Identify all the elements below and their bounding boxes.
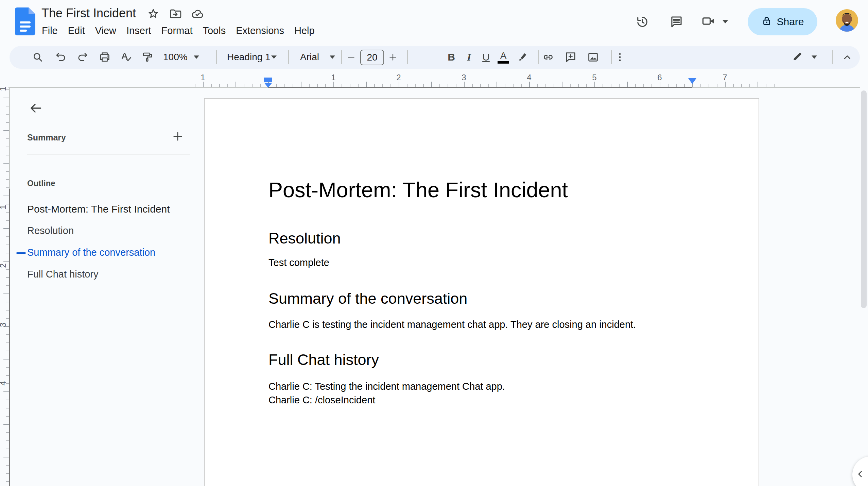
font-value: Arial bbox=[300, 52, 329, 63]
menu-tools[interactable]: Tools bbox=[197, 24, 231, 38]
text-color-swatch bbox=[498, 61, 509, 64]
print-icon[interactable] bbox=[97, 49, 112, 65]
right-indent-marker[interactable] bbox=[688, 78, 696, 84]
pencil-edit-icon bbox=[791, 50, 803, 64]
doc-title[interactable]: The First Incident bbox=[41, 6, 136, 20]
star-icon[interactable] bbox=[145, 6, 161, 22]
menu-view[interactable]: View bbox=[90, 24, 121, 38]
menu-format[interactable]: Format bbox=[156, 24, 198, 38]
underline-button[interactable]: U bbox=[479, 49, 493, 65]
style-value: Heading 1 bbox=[227, 52, 271, 63]
menu-insert[interactable]: Insert bbox=[121, 24, 156, 38]
redo-icon[interactable] bbox=[75, 49, 90, 65]
doc-paragraph-chat-2[interactable]: Charlie C: /closeIncident bbox=[268, 393, 375, 407]
increase-font-size-button[interactable] bbox=[386, 49, 400, 65]
doc-heading-summary[interactable]: Summary of the conversation bbox=[268, 290, 467, 307]
font-caret-icon bbox=[330, 55, 335, 59]
doc-heading-resolution[interactable]: Resolution bbox=[268, 230, 341, 247]
add-summary-icon[interactable] bbox=[169, 128, 187, 145]
doc-paragraph-summary[interactable]: Charlie C is testing the incident manage… bbox=[268, 318, 636, 331]
doc-paragraph-resolution[interactable]: Test complete bbox=[268, 256, 329, 269]
header: The First Incident File Edit View Insert… bbox=[0, 0, 868, 46]
document-page[interactable]: Post-Mortem: The First Incident Resoluti… bbox=[204, 98, 759, 486]
editing-mode-select[interactable] bbox=[791, 49, 818, 65]
outline-sidebar: Summary Outline Post-Mortem: The First I… bbox=[10, 92, 193, 486]
document-canvas: Post-Mortem: The First Incident Resoluti… bbox=[193, 92, 868, 486]
outline-item-full-chat[interactable]: Full Chat history bbox=[27, 269, 187, 280]
add-comment-icon[interactable] bbox=[563, 49, 578, 65]
paint-format-icon[interactable] bbox=[140, 49, 155, 65]
zoom-value: 100% bbox=[163, 52, 188, 63]
highlight-color-icon[interactable] bbox=[515, 49, 530, 65]
italic-button[interactable]: I bbox=[462, 49, 476, 65]
text-color-button[interactable]: A bbox=[496, 49, 511, 65]
active-outline-dash bbox=[16, 252, 26, 254]
outline-item-post-mortem[interactable]: Post-Mortem: The First Incident bbox=[27, 203, 187, 215]
menu-extensions[interactable]: Extensions bbox=[231, 24, 289, 38]
first-line-indent-marker[interactable] bbox=[264, 78, 272, 82]
avatar[interactable] bbox=[835, 9, 858, 33]
spellcheck-icon[interactable] bbox=[118, 49, 134, 65]
doc-paragraph-chat-1[interactable]: Charlie C: Testing the incident manageme… bbox=[268, 380, 505, 393]
close-outline-back-icon[interactable] bbox=[26, 99, 45, 118]
menu-bar: File Edit View Insert Format Tools Exten… bbox=[37, 22, 320, 39]
zoom-select[interactable]: 100% bbox=[163, 49, 200, 65]
style-caret-icon bbox=[271, 55, 277, 59]
toolbar: 100% Heading 1 Arial 20 B I bbox=[10, 46, 860, 69]
cloud-saved-icon[interactable] bbox=[190, 6, 205, 22]
horizontal-ruler: 1 1 2 3 4 5 6 7 bbox=[0, 71, 868, 92]
summary-header: Summary bbox=[27, 133, 66, 143]
outline-header: Outline bbox=[27, 179, 55, 188]
menu-help[interactable]: Help bbox=[289, 24, 320, 38]
outline-item-summary[interactable]: Summary of the conversation bbox=[27, 247, 187, 258]
menu-file[interactable]: File bbox=[37, 24, 63, 38]
paragraph-style-select[interactable]: Heading 1 bbox=[227, 49, 277, 65]
bold-button[interactable]: B bbox=[444, 49, 459, 65]
outline-item-resolution[interactable]: Resolution bbox=[27, 225, 187, 236]
mode-caret-icon bbox=[812, 55, 817, 59]
share-label: Share bbox=[777, 16, 804, 28]
move-to-folder-icon[interactable] bbox=[168, 6, 183, 22]
insert-image-icon[interactable] bbox=[585, 49, 601, 65]
share-button[interactable]: Share bbox=[748, 8, 817, 35]
videocam-icon[interactable] bbox=[701, 14, 716, 30]
font-size-input[interactable]: 20 bbox=[360, 50, 384, 65]
zoom-caret-icon bbox=[194, 55, 199, 59]
insert-link-icon[interactable] bbox=[540, 49, 556, 65]
comments-icon[interactable] bbox=[667, 12, 686, 31]
font-select[interactable]: Arial bbox=[300, 49, 336, 65]
version-history-icon[interactable] bbox=[633, 12, 652, 31]
meet-call-control[interactable] bbox=[701, 12, 729, 31]
vertical-scrollbar-thumb[interactable] bbox=[861, 90, 867, 308]
chevron-left-icon bbox=[854, 468, 866, 481]
meet-dropdown-caret-icon[interactable] bbox=[723, 20, 728, 23]
left-indent-marker[interactable] bbox=[264, 83, 272, 88]
undo-icon[interactable] bbox=[53, 49, 69, 65]
doc-heading-1[interactable]: Post-Mortem: The First Incident bbox=[268, 178, 568, 202]
decrease-font-size-button[interactable] bbox=[344, 49, 358, 65]
search-icon[interactable] bbox=[30, 49, 46, 65]
font-size-value: 20 bbox=[367, 52, 377, 63]
menu-edit[interactable]: Edit bbox=[63, 24, 90, 38]
doc-heading-chat[interactable]: Full Chat history bbox=[268, 351, 379, 369]
more-options-icon[interactable] bbox=[613, 49, 627, 65]
sidebar-divider bbox=[27, 154, 190, 154]
docs-logo-icon[interactable] bbox=[15, 7, 35, 37]
hide-menus-icon[interactable] bbox=[839, 49, 855, 65]
google-docs-window: The First Incident File Edit View Insert… bbox=[0, 0, 868, 486]
lock-icon bbox=[761, 15, 772, 28]
